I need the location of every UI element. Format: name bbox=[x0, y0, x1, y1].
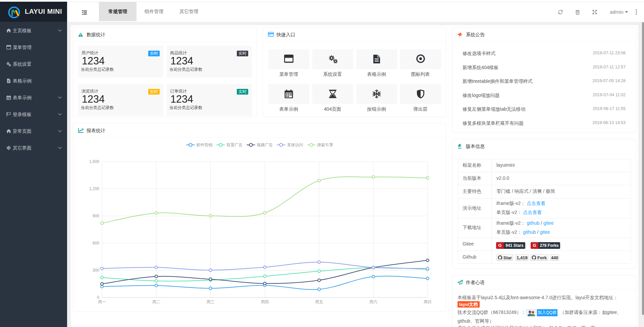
svg-text:周日: 周日 bbox=[424, 299, 432, 304]
svg-text:搜索引擎: 搜索引擎 bbox=[317, 143, 333, 147]
svg-text:周六: 周六 bbox=[369, 299, 377, 304]
svg-text:周一: 周一 bbox=[98, 299, 106, 304]
svg-text:周三: 周三 bbox=[207, 299, 215, 304]
svg-text:600: 600 bbox=[93, 241, 99, 246]
svg-text:1,500: 1,500 bbox=[89, 159, 99, 164]
svg-text:周四: 周四 bbox=[261, 299, 269, 304]
svg-text:0: 0 bbox=[97, 295, 99, 300]
svg-text:邮件营销: 邮件营销 bbox=[197, 143, 213, 147]
svg-text:联盟广告: 联盟广告 bbox=[226, 143, 243, 147]
svg-text:1,200: 1,200 bbox=[89, 186, 99, 191]
svg-text:视频广告: 视频广告 bbox=[257, 143, 273, 147]
svg-text:直接访问: 直接访问 bbox=[287, 143, 303, 147]
svg-text:周五: 周五 bbox=[315, 299, 323, 304]
svg-text:900: 900 bbox=[93, 214, 99, 218]
svg-text:300: 300 bbox=[93, 268, 99, 273]
svg-text:周二: 周二 bbox=[152, 299, 160, 304]
